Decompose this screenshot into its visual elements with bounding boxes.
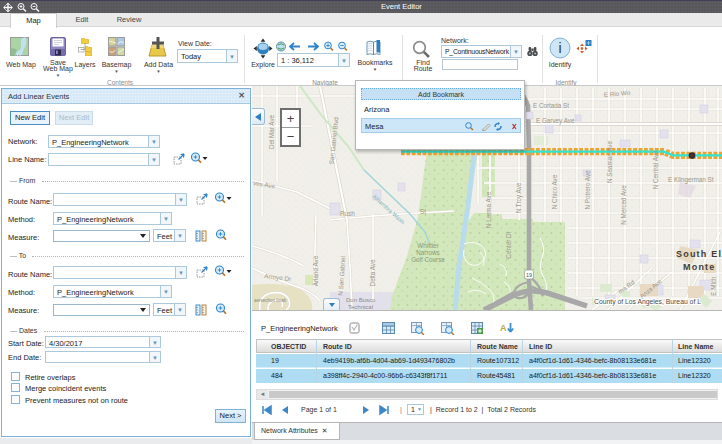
svg-text:E Klingerman St: E Klingerman St [668, 176, 714, 184]
svg-text:N Lerma Ave: N Lerma Ave [485, 191, 492, 228]
svg-text:County of Los Angeles, Bureau: County of Los Angeles, Bureau of L [594, 298, 701, 306]
svg-text:A: A [500, 323, 507, 333]
svg-text:E Mich: E Mich [710, 276, 717, 296]
svg-text:Delta Ave: Delta Ave [369, 259, 376, 286]
svg-text:aersechon Imab: aersechon Imab [254, 298, 287, 303]
svg-text:19: 19 [526, 272, 532, 278]
svg-text:N Merced Ave: N Merced Ave [620, 185, 627, 225]
svg-text:Center Dr: Center Dr [505, 231, 512, 258]
svg-text:Don Bosco: Don Bosco [346, 297, 376, 303]
svg-text:N Troy Ave: N Troy Ave [515, 182, 523, 213]
svg-text:N Seaman Ave: N Seaman Ave [606, 141, 613, 183]
svg-text:E Cortada St: E Cortada St [533, 102, 569, 109]
svg-text:Monte: Monte [683, 262, 716, 272]
svg-text:Golf Course: Golf Course [411, 256, 445, 263]
svg-text:Whittier: Whittier [417, 242, 438, 249]
svg-text:Rush: Rush [340, 210, 355, 217]
svg-text:South El: South El [676, 249, 722, 259]
svg-text:Arland Ave: Arland Ave [312, 255, 319, 286]
svg-text:N Central Ave: N Central Ave [652, 150, 659, 189]
svg-text:E Garvey Ave: E Garvey Ave [536, 117, 575, 125]
svg-text:i: i [558, 40, 561, 56]
svg-text:Narrows: Narrows [416, 249, 439, 256]
svg-text:St: St [420, 208, 426, 215]
svg-text:N Potrero Ave: N Potrero Ave [584, 170, 591, 210]
svg-text:Del Mar Ave: Del Mar Ave [268, 114, 275, 149]
svg-text:N Chico Ave: N Chico Ave [551, 174, 558, 209]
